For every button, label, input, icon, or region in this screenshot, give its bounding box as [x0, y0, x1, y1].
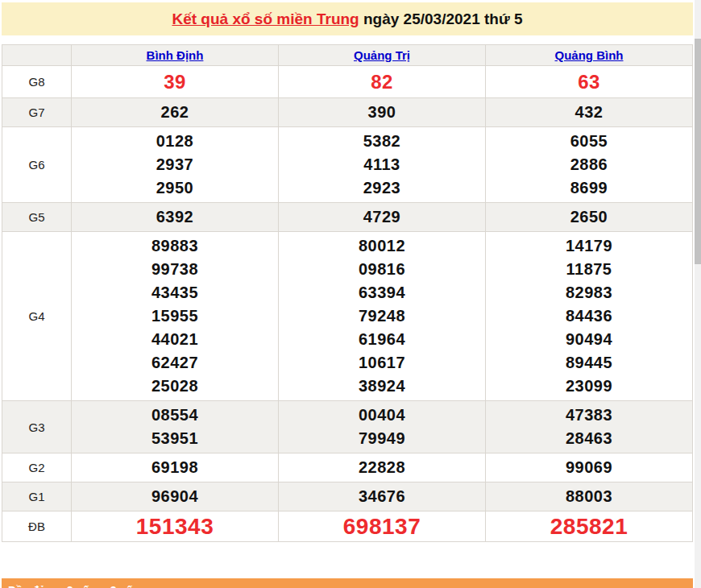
- province-link[interactable]: Bình Định: [147, 48, 204, 62]
- prize-numbers-cell: 82: [279, 66, 486, 98]
- prize-number: 285821: [486, 514, 692, 539]
- prize-number: 4729: [279, 205, 485, 229]
- footer-bar: Đầy đủ 2 số 3 số xoso.me: [2, 578, 693, 588]
- prize-number: 38924: [279, 375, 485, 398]
- prize-number: 90494: [486, 328, 692, 351]
- prize-number: 2950: [72, 176, 278, 200]
- scrollbar-thumb[interactable]: [695, 39, 701, 264]
- prize-number: 6392: [72, 205, 278, 229]
- title-date-text: ngày 25/03/2021 thứ 5: [359, 10, 523, 28]
- prize-label: G6: [2, 127, 72, 203]
- prize-numbers-cell: 99069: [486, 453, 693, 482]
- prize-numbers-cell: 4738328463: [486, 401, 693, 453]
- lottery-results-page: Kết quả xổ số miền Trung ngày 25/03/2021…: [0, 0, 701, 588]
- prize-number: 2937: [72, 153, 278, 176]
- prize-numbers-cell: 96904: [72, 482, 279, 511]
- prize-row: G6012829372950538241132923605528868699: [2, 127, 693, 203]
- results-table: Bình Định Quảng Trị Quảng Bình G8398263G…: [2, 44, 693, 542]
- prize-number: 39: [72, 68, 278, 95]
- prize-label: G7: [2, 98, 72, 127]
- prize-numbers-cell: 151343: [72, 511, 279, 542]
- prize-number: 390: [279, 101, 485, 124]
- prize-numbers-cell: 80012098166339479248619641061738924: [279, 232, 486, 401]
- page-scrollbar[interactable]: [695, 0, 701, 588]
- prize-row: G489883997384343515955440216242725028800…: [2, 232, 693, 401]
- prize-numbers-cell: 88003: [486, 482, 693, 511]
- prize-number: 28463: [486, 427, 692, 450]
- prize-number: 63: [486, 68, 692, 95]
- prize-numbers-cell: 390: [279, 98, 486, 127]
- prize-number: 4113: [279, 153, 485, 176]
- corner-cell: [2, 45, 72, 66]
- prize-number: 43435: [72, 281, 278, 304]
- prize-label: ĐB: [2, 511, 72, 542]
- prize-number: 2923: [279, 176, 485, 200]
- results-body: G8398263G7262390432G60128293729505382411…: [2, 66, 693, 542]
- footer-tab-full[interactable]: Đầy đủ: [8, 584, 46, 588]
- footer-tab-3digits[interactable]: 3 số: [110, 584, 133, 588]
- prize-numbers-cell: 698137: [279, 511, 486, 542]
- prize-numbers-cell: 2650: [486, 203, 693, 232]
- prize-number: 69198: [72, 456, 278, 479]
- prize-label: G1: [2, 482, 72, 511]
- prize-number: 23099: [486, 375, 692, 398]
- prize-number: 22828: [279, 456, 485, 479]
- prize-numbers-cell: 14179118758298384436904948944523099: [486, 232, 693, 401]
- prize-numbers-cell: 4729: [279, 203, 486, 232]
- prize-numbers-cell: 22828: [279, 453, 486, 482]
- prize-number: 34676: [279, 485, 485, 508]
- prize-numbers-cell: 538241132923: [279, 127, 486, 203]
- prize-number: 63394: [279, 281, 485, 304]
- prize-number: 698137: [279, 514, 485, 539]
- column-header-binh-dinh: Bình Định: [72, 45, 279, 66]
- prize-number: 82: [279, 68, 485, 95]
- prize-label: G8: [2, 66, 72, 98]
- title-band: Kết quả xổ số miền Trung ngày 25/03/2021…: [2, 2, 693, 35]
- prize-number: 96904: [72, 485, 278, 508]
- prize-numbers-cell: 34676: [279, 482, 486, 511]
- prize-label: G3: [2, 401, 72, 453]
- prize-number: 151343: [72, 514, 278, 539]
- prize-number: 0128: [72, 130, 278, 153]
- prize-label: G2: [2, 453, 72, 482]
- prize-row: G7262390432: [2, 98, 693, 127]
- prize-number: 10617: [279, 351, 485, 375]
- prize-row: G3085545395100404799494738328463: [2, 401, 693, 453]
- prize-number: 8699: [486, 176, 692, 200]
- prize-number: 432: [486, 101, 692, 124]
- prize-number: 09816: [279, 258, 485, 281]
- column-header-quang-tri: Quảng Trị: [279, 45, 486, 66]
- prize-number: 79949: [279, 427, 485, 450]
- prize-number: 08554: [72, 404, 278, 427]
- footer-brand[interactable]: xoso.me: [641, 584, 686, 588]
- prize-number: 79248: [279, 304, 485, 328]
- prize-number: 14179: [486, 234, 692, 258]
- prize-row: G5639247292650: [2, 203, 693, 232]
- prize-number: 99069: [486, 456, 692, 479]
- prize-numbers-cell: 6392: [72, 203, 279, 232]
- prize-numbers-cell: 69198: [72, 453, 279, 482]
- prize-row: G8398263: [2, 66, 693, 98]
- prize-numbers-cell: 012829372950: [72, 127, 279, 203]
- prize-number: 6055: [486, 130, 692, 153]
- prize-number: 11875: [486, 258, 692, 281]
- province-link[interactable]: Quảng Bình: [555, 48, 624, 62]
- province-link[interactable]: Quảng Trị: [354, 48, 410, 62]
- title-link[interactable]: Kết quả xổ số miền Trung: [172, 10, 359, 28]
- footer-tab-2digits[interactable]: 2 số: [67, 584, 89, 588]
- prize-label: G4: [2, 232, 72, 401]
- prize-numbers-cell: 89883997384343515955440216242725028: [72, 232, 279, 401]
- prize-numbers-cell: 605528868699: [486, 127, 693, 203]
- prize-number: 89883: [72, 234, 278, 258]
- prize-number: 61964: [279, 328, 485, 351]
- prize-number: 47383: [486, 404, 692, 427]
- prize-number: 262: [72, 101, 278, 124]
- prize-number: 99738: [72, 258, 278, 281]
- prize-numbers-cell: 262: [72, 98, 279, 127]
- prize-number: 80012: [279, 234, 485, 258]
- prize-number: 84436: [486, 304, 692, 328]
- prize-number: 2886: [486, 153, 692, 176]
- prize-number: 2650: [486, 205, 692, 229]
- prize-numbers-cell: 0855453951: [72, 401, 279, 453]
- prize-number: 62427: [72, 351, 278, 375]
